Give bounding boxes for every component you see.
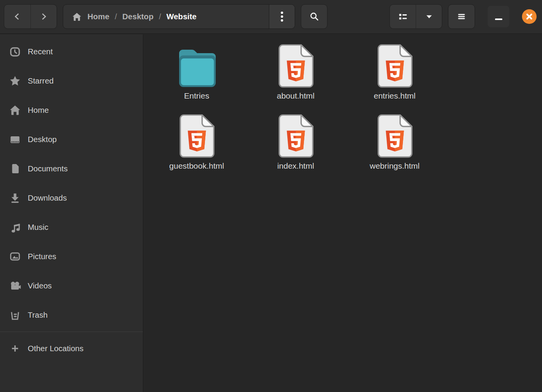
sidebar-item-label: Recent bbox=[28, 47, 53, 56]
close-icon bbox=[525, 12, 534, 21]
sidebar-item-desktop[interactable]: Desktop bbox=[0, 125, 143, 154]
file-name: guestbook.html bbox=[169, 161, 224, 171]
sidebar-item-label: Music bbox=[28, 223, 49, 232]
sidebar-item-recent[interactable]: Recent bbox=[0, 37, 143, 66]
file-item-entries[interactable]: Entries bbox=[147, 43, 246, 113]
desktop-icon bbox=[9, 133, 21, 146]
sidebar-item-videos[interactable]: Videos bbox=[0, 271, 143, 300]
sidebar-item-music[interactable]: Music bbox=[0, 213, 143, 242]
download-icon bbox=[9, 192, 21, 204]
header-bar: Home / Desktop / Website bbox=[0, 0, 542, 34]
three-dots-vertical-icon bbox=[277, 11, 287, 22]
file-name: Entries bbox=[184, 91, 209, 101]
file-browser-view: Entries about.html bbox=[144, 34, 542, 392]
list-view-icon bbox=[398, 11, 408, 22]
list-view-button[interactable] bbox=[390, 5, 416, 28]
close-button[interactable] bbox=[522, 9, 537, 24]
file-item-entries-html[interactable]: entries.html bbox=[345, 43, 444, 113]
sidebar-item-documents[interactable]: Documents bbox=[0, 154, 143, 183]
file-name: webrings.html bbox=[370, 161, 420, 171]
nav-button-group bbox=[4, 4, 57, 29]
home-icon bbox=[9, 104, 21, 116]
video-camera-icon bbox=[9, 280, 21, 292]
view-options-button[interactable] bbox=[416, 5, 442, 28]
forward-button[interactable] bbox=[30, 5, 57, 28]
picture-icon bbox=[9, 250, 21, 263]
document-icon bbox=[9, 162, 21, 175]
star-icon bbox=[9, 75, 21, 87]
sidebar-item-pictures[interactable]: Pictures bbox=[0, 242, 143, 271]
file-name: index.html bbox=[277, 161, 314, 171]
path-bar[interactable]: Home / Desktop / Website bbox=[63, 4, 295, 29]
sidebar-item-label: Downloads bbox=[28, 193, 67, 203]
sidebar-item-label: Documents bbox=[28, 164, 68, 173]
hamburger-menu-icon bbox=[456, 11, 467, 22]
file-item-webrings-html[interactable]: webrings.html bbox=[345, 113, 444, 183]
file-name: about.html bbox=[277, 91, 314, 101]
sidebar-item-label: Starred bbox=[28, 76, 54, 85]
sidebar-item-label: Trash bbox=[28, 310, 48, 320]
sidebar-item-other-locations[interactable]: Other Locations bbox=[0, 334, 143, 363]
chevron-down-icon bbox=[424, 12, 434, 22]
breadcrumb-separator: / bbox=[159, 12, 161, 21]
sidebar-item-starred[interactable]: Starred bbox=[0, 66, 143, 95]
view-more-button[interactable] bbox=[269, 5, 295, 28]
sidebar: Recent Starred Home Desktop Documents Do… bbox=[0, 34, 143, 392]
sidebar-item-label: Pictures bbox=[28, 252, 56, 261]
search-button[interactable] bbox=[301, 4, 327, 29]
file-name: entries.html bbox=[374, 91, 416, 101]
chevron-right-icon bbox=[39, 12, 49, 22]
sidebar-item-label: Videos bbox=[28, 281, 52, 290]
file-grid: Entries about.html bbox=[147, 43, 542, 183]
clock-icon bbox=[9, 45, 21, 58]
file-item-index-html[interactable]: index.html bbox=[246, 113, 345, 183]
html-file-icon bbox=[278, 113, 314, 159]
html-file-icon bbox=[179, 113, 215, 159]
folder-icon bbox=[176, 43, 218, 89]
sidebar-item-label: Home bbox=[28, 106, 49, 115]
trash-icon bbox=[9, 309, 21, 321]
minimize-icon bbox=[495, 18, 502, 20]
sidebar-item-label: Other Locations bbox=[28, 344, 84, 353]
breadcrumb-segment-website[interactable]: Website bbox=[166, 12, 196, 21]
view-toggle-group bbox=[389, 4, 442, 29]
plus-icon bbox=[9, 342, 21, 355]
breadcrumb-segment-home[interactable]: Home bbox=[87, 12, 109, 21]
home-icon bbox=[72, 12, 82, 22]
html-file-icon bbox=[278, 43, 314, 89]
file-item-guestbook-html[interactable]: guestbook.html bbox=[147, 113, 246, 183]
search-icon bbox=[309, 11, 320, 22]
breadcrumb-separator: / bbox=[115, 12, 117, 21]
sidebar-item-label: Desktop bbox=[28, 135, 57, 144]
breadcrumb-segment-desktop[interactable]: Desktop bbox=[122, 12, 154, 21]
main-menu-button[interactable] bbox=[448, 4, 475, 29]
file-item-about-html[interactable]: about.html bbox=[246, 43, 345, 113]
sidebar-item-downloads[interactable]: Downloads bbox=[0, 183, 143, 213]
minimize-button[interactable] bbox=[488, 6, 509, 27]
sidebar-divider bbox=[0, 332, 143, 332]
music-note-icon bbox=[9, 221, 21, 233]
back-button[interactable] bbox=[4, 5, 30, 28]
sidebar-item-home[interactable]: Home bbox=[0, 95, 143, 125]
html-file-icon bbox=[377, 43, 413, 89]
html-file-icon bbox=[377, 113, 413, 159]
sidebar-item-trash[interactable]: Trash bbox=[0, 300, 143, 330]
chevron-left-icon bbox=[12, 12, 22, 22]
